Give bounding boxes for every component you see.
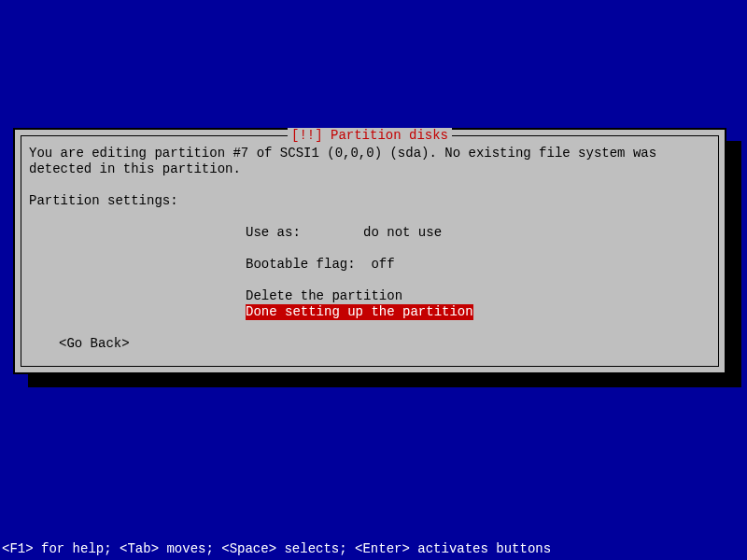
bootable-value: off [371,257,394,272]
use-as-label: Use as: [246,225,301,240]
bootable-label: Bootable flag: [246,257,356,272]
intro-text: You are editing partition #7 of SCSI1 (0… [29,146,711,177]
help-footer: <F1> for help; <Tab> moves; <Space> sele… [0,541,551,556]
bootable-row[interactable]: Bootable flag: off [246,257,711,273]
spacer [246,241,711,257]
done-selected: Done setting up the partition [246,304,473,320]
dialog-content: You are editing partition #7 of SCSI1 (0… [21,136,718,361]
spacer [246,273,711,288]
use-as-row[interactable]: Use as: do not use [246,225,711,241]
go-back-button[interactable]: <Go Back> [29,336,711,352]
partition-dialog: [!!] Partition disks You are editing par… [13,128,726,374]
section-label: Partition settings: [29,193,711,209]
dialog-border: [!!] Partition disks You are editing par… [21,135,719,367]
settings-block: Use as: do not use Bootable flag: off De… [29,225,711,320]
use-as-value: do not use [363,225,442,240]
dialog-title: [!!] Partition disks [288,128,452,143]
done-partition-action[interactable]: Done setting up the partition [246,304,711,320]
delete-partition-action[interactable]: Delete the partition [246,288,711,304]
